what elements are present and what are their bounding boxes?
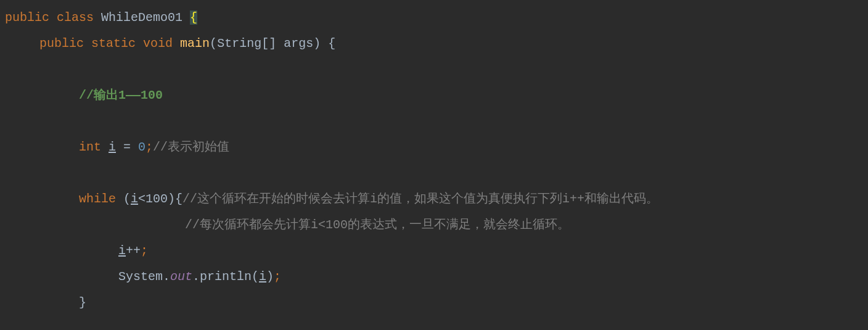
param-name: args xyxy=(284,36,313,51)
operator-increment: ++ xyxy=(126,244,141,258)
paren-open: ( xyxy=(116,192,131,206)
comment: //表示初始值 xyxy=(153,140,229,154)
class-name: WhileDemo01 xyxy=(101,10,182,25)
comment: //输出1——100 xyxy=(79,88,163,102)
keyword-int: int xyxy=(79,140,101,154)
paren-close: ) xyxy=(168,192,175,206)
paren-close: ) xyxy=(313,36,321,51)
code-line[interactable]: public class WhileDemo01 { xyxy=(0,5,868,31)
blank-line[interactable] xyxy=(0,109,868,134)
semicolon: ; xyxy=(145,140,153,154)
paren-open: ( xyxy=(210,36,217,51)
brackets: [] xyxy=(261,36,276,51)
code-line[interactable]: public static void main(String[] args) { xyxy=(0,31,868,57)
paren-close: ) xyxy=(266,270,274,284)
method-name: main xyxy=(180,36,210,51)
code-line[interactable]: } xyxy=(0,290,868,316)
keyword-public: public xyxy=(39,36,84,51)
keyword-static: static xyxy=(91,36,136,51)
comment: //每次循环都会先计算i<100的表达式，一旦不满足，就会终止循环。 xyxy=(185,218,570,232)
variable-i: i xyxy=(259,270,266,284)
code-line[interactable]: System.out.println(i); xyxy=(0,264,868,290)
variable-i: i xyxy=(131,192,138,206)
brace-open: { xyxy=(175,192,182,206)
code-line[interactable]: //输出1——100 xyxy=(0,83,868,109)
println-method: .println( xyxy=(192,270,259,284)
out-field: out xyxy=(170,270,192,284)
code-line[interactable]: int i = 0;//表示初始值 xyxy=(0,134,868,160)
code-line[interactable]: i++; xyxy=(0,238,868,264)
param-type: String xyxy=(217,36,261,51)
condition: <100 xyxy=(138,192,168,206)
comment: //这个循环在开始的时候会去计算i的值，如果这个值为真便执行下列i++和输出代码… xyxy=(182,192,658,206)
blank-line[interactable] xyxy=(0,160,868,186)
brace-close: } xyxy=(79,295,86,310)
keyword-public: public xyxy=(5,10,49,25)
brace-open: { xyxy=(328,36,335,51)
code-line[interactable]: while (i<100){//这个循环在开始的时候会去计算i的值，如果这个值为… xyxy=(0,186,868,212)
code-editor[interactable]: public class WhileDemo01 { public static… xyxy=(0,5,868,316)
variable-i: i xyxy=(108,140,116,154)
operator-assign: = xyxy=(116,140,138,154)
semicolon: ; xyxy=(141,244,148,258)
number-literal: 0 xyxy=(138,140,145,154)
code-line[interactable]: //每次循环都会先计算i<100的表达式，一旦不满足，就会终止循环。 xyxy=(0,212,868,238)
semicolon: ; xyxy=(274,270,281,284)
system-class: System. xyxy=(118,270,170,284)
blank-line[interactable] xyxy=(0,57,868,83)
brace-open-highlighted: { xyxy=(190,10,197,25)
keyword-void: void xyxy=(143,36,173,51)
keyword-while: while xyxy=(79,192,116,206)
variable-i: i xyxy=(118,244,126,258)
keyword-class: class xyxy=(57,10,94,25)
